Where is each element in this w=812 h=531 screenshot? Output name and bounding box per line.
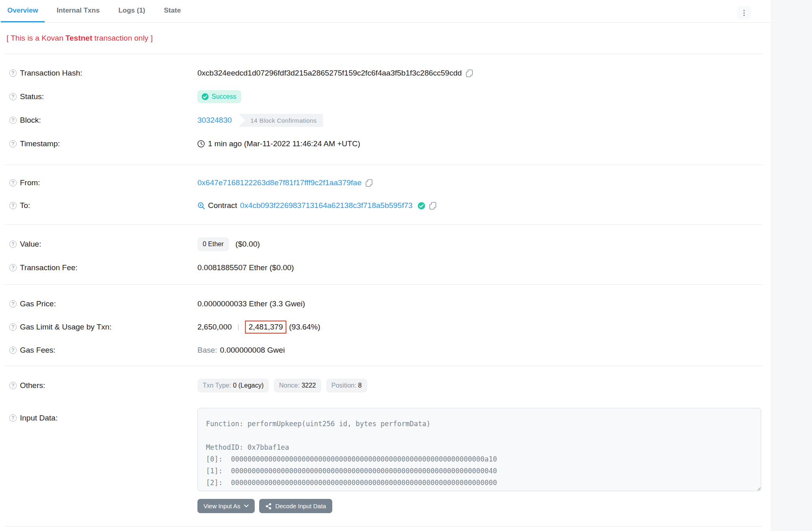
gas-price-label: Gas Price:: [20, 299, 56, 308]
status-label: Status:: [20, 92, 44, 101]
warning-bold: Testnet: [65, 34, 92, 43]
help-icon: ?: [9, 382, 17, 389]
nonce-badge: Nonce: 3222: [274, 379, 321, 392]
from-address-link[interactable]: 0x647e7168122263d8e7f81f17fff9c2f1aa379f…: [197, 178, 362, 187]
row-status: ? Status: Success: [9, 85, 771, 108]
gas-used-value: 2,481,379: [249, 323, 283, 331]
base-fee-label: Base:: [197, 346, 217, 355]
value-label: Value:: [20, 240, 41, 249]
input-data-textarea[interactable]: Function: performUpkeep(uint256 id, byte…: [197, 408, 761, 491]
transaction-fee-label: Transaction Fee:: [20, 263, 78, 272]
help-icon: ?: [9, 140, 17, 147]
tab-internal-txns[interactable]: Internal Txns: [50, 0, 106, 22]
row-input-data: ? Input Data: Function: performUpkeep(ui…: [9, 408, 771, 513]
nonce-value: 3222: [301, 382, 316, 389]
tab-state[interactable]: State: [158, 0, 188, 22]
help-icon: ?: [9, 117, 17, 124]
input-data-label: Input Data:: [20, 414, 58, 423]
position-label: Position:: [331, 382, 356, 389]
tab-bar: Overview Internal Txns Logs (1) State ⋮: [0, 0, 771, 23]
row-others: ? Others: Txn Type: 0 (Legacy) Nonce: 32…: [9, 374, 771, 397]
kebab-menu-button[interactable]: ⋮: [737, 6, 751, 20]
chevron-down-icon: [244, 505, 249, 507]
row-gas-fees: ? Gas Fees: Base: 0.000000008 Gwei: [9, 338, 771, 362]
check-circle-icon: [201, 93, 209, 100]
decode-input-data-label: Decode Input Data: [275, 503, 326, 509]
to-contract-prefix: Contract: [208, 201, 237, 210]
help-icon: ?: [9, 69, 17, 77]
decode-input-data-button[interactable]: Decode Input Data: [259, 499, 332, 513]
txn-type-label: Txn Type:: [203, 382, 231, 389]
transaction-hash-value: 0xcb324eedcd1d07296fdf3d215a2865275f159c…: [197, 69, 462, 78]
help-icon: ?: [9, 93, 17, 100]
transaction-hash-label: Transaction Hash:: [20, 69, 82, 78]
testnet-warning: [ This is a Kovan Testnet transaction on…: [0, 23, 771, 54]
copy-icon[interactable]: [366, 179, 372, 187]
help-icon: ?: [9, 414, 17, 422]
gas-limit-label: Gas Limit & Usage by Txn:: [20, 323, 112, 332]
page-background-strip: [771, 0, 812, 531]
gas-used-percent: (93.64%): [289, 323, 320, 332]
row-transaction-fee: ? Transaction Fee: 0.0081885507 Ether ($…: [9, 256, 771, 280]
help-icon: ?: [9, 347, 17, 354]
base-fee-value: 0.000000008 Gwei: [220, 346, 285, 355]
block-confirmations-badge: 14 Block Confirmations: [238, 114, 323, 127]
transaction-card: Overview Internal Txns Logs (1) State ⋮ …: [0, 0, 771, 531]
row-timestamp: ? Timestamp: 1 min ago (Mar-11-2022 11:4…: [9, 132, 771, 156]
kebab-icon: ⋮: [741, 9, 747, 17]
gas-fees-label: Gas Fees:: [20, 346, 56, 355]
decode-icon: [265, 503, 272, 509]
divider: [5, 526, 762, 527]
gas-price-value: 0.0000000033 Ether (3.3 Gwei): [197, 299, 305, 308]
gas-limit-value: 2,650,000: [197, 323, 232, 332]
ether-value-badge: 0 Ether: [197, 237, 229, 251]
status-value: Success: [212, 93, 236, 100]
block-number-link[interactable]: 30324830: [197, 116, 232, 125]
row-gas-price: ? Gas Price: 0.0000000033 Ether (3.3 Gwe…: [9, 292, 771, 315]
to-label: To:: [20, 201, 30, 210]
warning-prefix: [ This is a Kovan: [6, 34, 63, 43]
help-icon: ?: [9, 202, 17, 209]
txn-type-badge: Txn Type: 0 (Legacy): [197, 379, 269, 392]
help-icon: ?: [9, 241, 17, 248]
status-badge: Success: [197, 90, 241, 103]
transaction-fee-value: 0.0081885507 Ether ($0.00): [197, 263, 294, 272]
help-icon: ?: [9, 179, 17, 186]
help-icon: ?: [9, 300, 17, 308]
value-usd: ($0.00): [236, 240, 260, 249]
row-from: ? From: 0x647e7168122263d8e7f81f17fff9c2…: [9, 171, 771, 194]
copy-icon[interactable]: [429, 202, 436, 210]
row-to: ? To: Contract 0x4cb093f226983713164a621…: [9, 194, 771, 217]
help-icon: ?: [9, 264, 17, 271]
from-label: From:: [20, 178, 40, 187]
timestamp-value: 1 min ago (Mar-11-2022 11:46:24 AM +UTC): [208, 139, 360, 148]
nonce-label: Nonce:: [279, 382, 300, 389]
row-block: ? Block: 30324830 14 Block Confirmations: [9, 108, 771, 132]
block-label: Block:: [20, 116, 41, 125]
clock-icon: [197, 140, 205, 147]
row-transaction-hash: ? Transaction Hash: 0xcb324eedcd1d07296f…: [9, 61, 771, 85]
view-input-as-label: View Input As: [204, 503, 240, 509]
row-gas-limit-usage: ? Gas Limit & Usage by Txn: 2,650,000 | …: [9, 315, 771, 338]
timestamp-label: Timestamp:: [20, 139, 60, 148]
verified-check-icon: [418, 202, 425, 210]
magnifier-plus-icon: [197, 202, 205, 210]
to-address-link[interactable]: 0x4cb093f226983713164a62138c3f718a5b595f…: [240, 201, 413, 210]
gas-separator: |: [238, 323, 239, 331]
gas-used-highlight-box: 2,481,379: [245, 321, 287, 334]
txn-type-value: 0 (Legacy): [233, 382, 264, 389]
row-value: ? Value: 0 Ether ($0.00): [9, 232, 771, 256]
tab-overview[interactable]: Overview: [1, 0, 45, 22]
warning-suffix: transaction only ]: [94, 34, 153, 43]
copy-icon[interactable]: [466, 69, 473, 77]
others-label: Others:: [20, 381, 45, 390]
transaction-page: Overview Internal Txns Logs (1) State ⋮ …: [0, 0, 812, 531]
position-badge: Position: 8: [326, 379, 367, 392]
view-input-as-button[interactable]: View Input As: [197, 499, 255, 513]
tab-logs[interactable]: Logs (1): [112, 0, 152, 22]
help-icon: ?: [9, 323, 17, 331]
position-value: 8: [358, 382, 362, 389]
